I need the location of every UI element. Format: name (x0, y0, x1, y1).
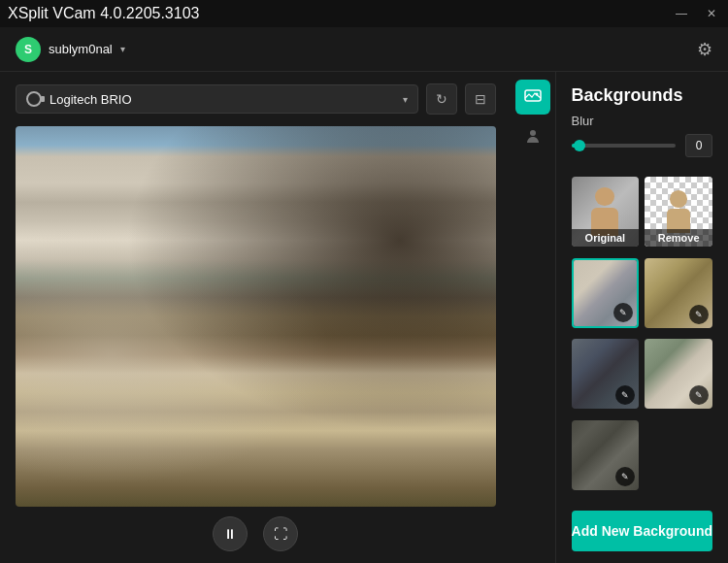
blur-slider[interactable] (572, 144, 676, 148)
remove-label: Remove (645, 229, 712, 247)
thumb-room-1[interactable]: ✎ (572, 258, 640, 328)
person-tab-icon[interactable] (515, 118, 550, 153)
avatar: S (16, 37, 41, 62)
main-content: Logitech BRIO ▾ ↻ ⊟ ⏸ ⛶ (0, 72, 728, 563)
username-label: sublym0nal (49, 42, 113, 56)
camera-settings-button[interactable]: ⊟ (465, 83, 496, 115)
video-frame (16, 126, 496, 507)
video-preview (16, 126, 496, 507)
video-controls: ⏸ ⛶ (16, 516, 496, 551)
settings-icon[interactable]: ⚙ (697, 39, 712, 60)
remove-head (670, 190, 687, 208)
thumb-edit-icon-2[interactable]: ✎ (689, 305, 709, 324)
thumb-room-4[interactable]: ✎ (645, 339, 712, 409)
thumb-room-2[interactable]: ✎ (645, 258, 712, 328)
svg-point-2 (530, 130, 536, 136)
svg-point-1 (536, 93, 539, 96)
user-info[interactable]: S sublym0nal ▾ (16, 37, 125, 62)
add-background-button[interactable]: Add New Background (572, 511, 712, 551)
blur-slider-thumb[interactable] (574, 140, 585, 151)
refresh-button[interactable]: ↻ (426, 83, 457, 115)
header: S sublym0nal ▾ ⚙ (0, 27, 728, 72)
backgrounds-tab-icon[interactable] (515, 80, 550, 115)
thumb-edit-icon-4[interactable]: ✎ (689, 385, 709, 405)
camera-bar: Logitech BRIO ▾ ↻ ⊟ (16, 83, 496, 115)
blur-control: 0 (572, 134, 712, 157)
thumb-edit-icon-1[interactable]: ✎ (613, 303, 633, 322)
thumb-remove[interactable]: Remove (645, 177, 712, 247)
title-bar-controls: — ✕ (672, 7, 720, 20)
original-label: Original (572, 229, 640, 247)
thumbnail-grid: Original Remove (556, 169, 728, 503)
minimize-button[interactable]: — (672, 7, 691, 20)
title-bar: XSplit VCam 4.0.2205.3103 — ✕ (0, 0, 728, 27)
close-button[interactable]: ✕ (703, 7, 720, 20)
person-head (595, 187, 614, 206)
left-panel: Logitech BRIO ▾ ↻ ⊟ ⏸ ⛶ (0, 72, 512, 563)
blur-label: Blur (572, 114, 712, 128)
panel-title: Backgrounds (572, 85, 712, 106)
camera-chevron-icon: ▾ (403, 94, 408, 105)
crop-button[interactable]: ⛶ (263, 516, 298, 551)
pause-button[interactable]: ⏸ (213, 516, 248, 551)
backgrounds-panel: Backgrounds Blur 0 (556, 72, 728, 563)
thumb-original[interactable]: Original (572, 177, 640, 247)
thumb-edit-icon-5[interactable]: ✎ (615, 467, 635, 486)
camera-icon (26, 91, 42, 107)
panel-header: Backgrounds Blur 0 (556, 72, 728, 169)
blur-section: Blur 0 (572, 114, 712, 157)
app-title: XSplit VCam 4.0.2205.3103 (8, 5, 199, 22)
thumb-room-3[interactable]: ✎ (572, 339, 640, 409)
camera-select[interactable]: Logitech BRIO ▾ (16, 84, 418, 114)
chevron-down-icon: ▾ (120, 44, 125, 54)
camera-name: Logitech BRIO (50, 92, 403, 107)
right-section: Backgrounds Blur 0 (512, 72, 728, 563)
blur-value: 0 (685, 134, 712, 157)
thumb-room-5[interactable]: ✎ (572, 420, 640, 490)
remove-person-silhouette (667, 190, 690, 233)
side-icons (512, 72, 556, 563)
